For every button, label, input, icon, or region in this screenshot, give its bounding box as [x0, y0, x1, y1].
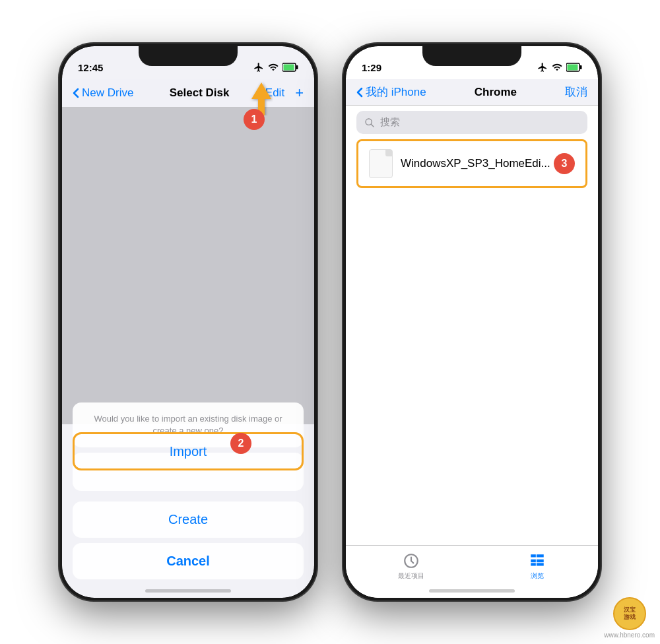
- watermark-url: www.hbnero.com: [604, 631, 655, 639]
- nav-back-left[interactable]: New Drive: [73, 86, 133, 100]
- step-badge-1: 1: [244, 109, 265, 130]
- file-item[interactable]: WindowsXP_SP3_HomeEdi... 3: [356, 139, 587, 188]
- svg-rect-1: [296, 65, 298, 69]
- home-indicator-left: [145, 589, 231, 593]
- phone-right: 1:29 我的 iPhone: [343, 44, 601, 600]
- svg-rect-6: [568, 65, 578, 71]
- svg-rect-5: [580, 65, 582, 69]
- status-icons-right: [537, 62, 582, 73]
- action-sheet-message-text: Would you like to import an existing dis…: [83, 413, 293, 437]
- file-icon: [369, 149, 393, 178]
- action-sheet-message: Would you like to import an existing dis…: [73, 402, 304, 447]
- cancel-button[interactable]: Cancel: [73, 543, 304, 579]
- phone-right-screen: 1:29 我的 iPhone: [346, 46, 598, 598]
- search-icon: [364, 117, 375, 128]
- wifi-icon: [268, 62, 279, 73]
- wifi-icon-right: [552, 62, 562, 73]
- time-right: 1:29: [362, 62, 381, 73]
- nav-bar-right: 我的 iPhone Chrome 取消: [346, 79, 598, 106]
- recent-icon: [403, 552, 420, 569]
- step-badge-3: 3: [554, 153, 575, 174]
- back-chevron-icon: [73, 88, 79, 98]
- back-chevron-icon-right: [356, 87, 363, 98]
- back-label-right: 我的 iPhone: [366, 84, 426, 100]
- tab-recent[interactable]: 最近项目: [398, 552, 424, 581]
- phone-left: 12:45: [59, 44, 317, 600]
- nav-back-right[interactable]: 我的 iPhone: [356, 84, 426, 100]
- main-container: 12:45: [0, 0, 660, 644]
- watermark: 汉宝游戏 www.hbnero.com: [604, 597, 655, 639]
- action-sheet: Would you like to import an existing dis…: [62, 397, 314, 598]
- browse-icon: [529, 552, 546, 569]
- phone-left-screen: 12:45: [62, 46, 314, 598]
- nav-title-right: Chrome: [475, 86, 517, 99]
- tab-browse[interactable]: 浏览: [529, 552, 546, 581]
- search-bar[interactable]: 搜索: [356, 111, 587, 134]
- svg-rect-2: [284, 65, 294, 71]
- back-label-left: New Drive: [82, 86, 133, 100]
- import-button[interactable]: Import: [73, 453, 304, 491]
- tab-browse-label: 浏览: [531, 571, 544, 581]
- home-indicator-right: [429, 589, 515, 593]
- search-placeholder: 搜索: [380, 116, 400, 129]
- notch-right: [422, 46, 521, 66]
- nav-title-left: Select Disk: [170, 86, 230, 100]
- watermark-badge: 汉宝游戏: [613, 597, 646, 630]
- create-button[interactable]: Create: [73, 501, 304, 538]
- add-button[interactable]: +: [295, 84, 304, 102]
- status-icons-left: [253, 62, 298, 73]
- cancel-button-right[interactable]: 取消: [565, 84, 587, 100]
- airplane-icon-right: [537, 62, 548, 73]
- file-item-container[interactable]: WindowsXP_SP3_HomeEdi... 3: [356, 139, 587, 188]
- tab-recent-label: 最近项目: [398, 571, 424, 581]
- file-name: WindowsXP_SP3_HomeEdi...: [401, 157, 554, 170]
- notch-left: [139, 46, 238, 66]
- screen-content-left: [62, 108, 314, 424]
- airplane-icon: [253, 62, 264, 73]
- battery-icon-right: [566, 63, 582, 72]
- battery-icon: [282, 63, 298, 72]
- step-badge-2: 2: [230, 433, 251, 454]
- time-left: 12:45: [78, 62, 103, 73]
